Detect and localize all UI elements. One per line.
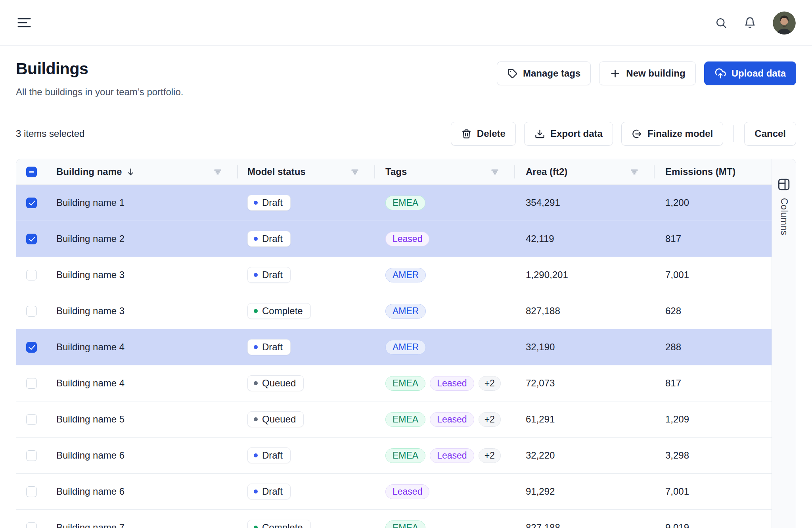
cancel-button[interactable]: Cancel bbox=[744, 122, 796, 146]
new-building-button[interactable]: New building bbox=[599, 61, 695, 85]
tags-cell: EMEALeased+2 bbox=[375, 365, 515, 401]
columns-rail-toggle[interactable]: Columns bbox=[772, 159, 796, 528]
column-header-emissions[interactable]: Emissions (MT) bbox=[665, 166, 735, 177]
arrow-right-circle-icon bbox=[632, 129, 642, 139]
notifications-bell-icon[interactable] bbox=[744, 17, 756, 29]
tag-pill: Leased bbox=[385, 484, 429, 499]
column-header-model-status[interactable]: Model status bbox=[247, 166, 306, 177]
tags-cell: AMER bbox=[375, 293, 515, 329]
area-value: 827,188 bbox=[515, 293, 655, 329]
page-subtitle: All the buildings in your team’s portfol… bbox=[16, 86, 183, 98]
columns-icon bbox=[777, 177, 791, 192]
filter-icon[interactable] bbox=[213, 167, 223, 177]
status-label: Draft bbox=[262, 342, 283, 353]
table-row[interactable]: Building name 6 Draft EMEALeased+2 32,22… bbox=[16, 438, 796, 474]
column-header-building-name[interactable]: Building name bbox=[56, 166, 122, 177]
buildings-table: Building name Model status bbox=[16, 159, 796, 528]
plus-icon bbox=[609, 68, 621, 79]
status-badge: Complete bbox=[247, 520, 311, 528]
filter-icon[interactable] bbox=[629, 167, 640, 177]
area-value: 354,291 bbox=[515, 185, 655, 221]
tags-cell: Leased bbox=[375, 221, 515, 257]
row-checkbox[interactable] bbox=[26, 306, 37, 317]
selection-actions: Delete Export data Finalize model bbox=[451, 122, 796, 146]
status-label: Draft bbox=[262, 486, 283, 497]
building-name: Building name 6 bbox=[56, 450, 124, 461]
upload-cloud-icon bbox=[714, 67, 726, 79]
row-checkbox[interactable] bbox=[26, 486, 37, 497]
table-row[interactable]: Building name 2 Draft Leased 42,119 817 bbox=[16, 221, 796, 257]
status-dot-icon bbox=[254, 490, 258, 493]
row-checkbox[interactable] bbox=[26, 522, 37, 528]
table-row[interactable]: Building name 4 Draft AMER 32,190 288 bbox=[16, 329, 796, 365]
status-badge: Draft bbox=[247, 484, 291, 499]
overflow-tag-chip[interactable]: +2 bbox=[479, 448, 501, 463]
tags-cell: AMER bbox=[375, 257, 515, 293]
status-label: Draft bbox=[262, 233, 283, 244]
column-header-tags[interactable]: Tags bbox=[385, 166, 407, 177]
status-label: Complete bbox=[262, 305, 303, 317]
table-row[interactable]: Building name 3 Complete AMER 827,188 62… bbox=[16, 293, 796, 329]
status-badge: Draft bbox=[247, 195, 291, 211]
select-all-checkbox[interactable] bbox=[26, 167, 37, 177]
row-checkbox[interactable] bbox=[26, 450, 37, 461]
status-badge: Draft bbox=[247, 339, 291, 355]
row-checkbox[interactable] bbox=[26, 198, 37, 208]
area-value: 72,073 bbox=[515, 365, 655, 401]
user-avatar[interactable] bbox=[773, 12, 796, 35]
tags-cell: EMEALeased+2 bbox=[375, 438, 515, 473]
download-icon bbox=[534, 129, 545, 139]
filter-icon[interactable] bbox=[490, 167, 500, 177]
finalize-model-button[interactable]: Finalize model bbox=[621, 122, 723, 146]
tag-pill: AMER bbox=[385, 304, 426, 319]
building-name: Building name 4 bbox=[56, 342, 124, 353]
status-dot-icon bbox=[254, 453, 258, 457]
building-name: Building name 6 bbox=[56, 486, 124, 497]
upload-data-button[interactable]: Upload data bbox=[704, 61, 796, 85]
row-checkbox[interactable] bbox=[26, 378, 37, 389]
tag-pill: Leased bbox=[430, 448, 474, 463]
status-label: Queued bbox=[262, 378, 296, 389]
finalize-model-label: Finalize model bbox=[647, 128, 713, 139]
buildings-page: Buildings All the buildings in your team… bbox=[0, 0, 812, 528]
tag-pill: EMEA bbox=[385, 196, 425, 210]
table-row[interactable]: Building name 4 Queued EMEALeased+2 72,0… bbox=[16, 365, 796, 401]
row-checkbox[interactable] bbox=[26, 342, 37, 353]
table-row[interactable]: Building name 3 Draft AMER 1,290,201 7,0… bbox=[16, 257, 796, 293]
tag-pill: EMEA bbox=[385, 412, 425, 427]
tag-pill: AMER bbox=[385, 340, 426, 355]
menu-icon[interactable] bbox=[17, 17, 31, 29]
new-building-label: New building bbox=[626, 68, 685, 79]
export-data-button[interactable]: Export data bbox=[524, 122, 613, 146]
overflow-tag-chip[interactable]: +2 bbox=[479, 376, 501, 391]
table-row[interactable]: Building name 7 Complete EMEA 827,188 9,… bbox=[16, 510, 796, 528]
row-checkbox[interactable] bbox=[26, 234, 37, 244]
area-value: 61,291 bbox=[515, 401, 655, 437]
area-value: 91,292 bbox=[515, 474, 655, 509]
status-label: Draft bbox=[262, 197, 283, 208]
table-row[interactable]: Building name 6 Draft Leased 91,292 7,00… bbox=[16, 474, 796, 510]
status-dot-icon bbox=[254, 417, 258, 421]
status-dot-icon bbox=[254, 345, 258, 349]
tag-pill: Leased bbox=[430, 412, 474, 427]
area-value: 42,119 bbox=[515, 221, 655, 257]
table-row[interactable]: Building name 5 Queued EMEALeased+2 61,2… bbox=[16, 401, 796, 438]
area-value: 1,290,201 bbox=[515, 257, 655, 293]
table-row[interactable]: Building name 1 Draft EMEA 354,291 1,200 bbox=[16, 185, 796, 221]
sort-descending-icon[interactable] bbox=[126, 167, 136, 177]
area-value: 32,190 bbox=[515, 329, 655, 365]
status-dot-icon bbox=[254, 381, 258, 385]
column-header-area[interactable]: Area (ft2) bbox=[526, 166, 567, 177]
filter-icon[interactable] bbox=[350, 167, 360, 177]
tag-pill: EMEA bbox=[385, 376, 425, 391]
status-dot-icon bbox=[254, 237, 258, 241]
area-value: 32,220 bbox=[515, 438, 655, 473]
trash-icon bbox=[461, 129, 472, 139]
overflow-tag-chip[interactable]: +2 bbox=[479, 412, 501, 427]
row-checkbox[interactable] bbox=[26, 270, 37, 280]
search-icon[interactable] bbox=[715, 17, 727, 29]
manage-tags-button[interactable]: Manage tags bbox=[497, 61, 591, 85]
delete-button[interactable]: Delete bbox=[451, 122, 516, 146]
row-checkbox[interactable] bbox=[26, 414, 37, 425]
table-body: Building name 1 Draft EMEA 354,291 1,200… bbox=[16, 185, 796, 528]
